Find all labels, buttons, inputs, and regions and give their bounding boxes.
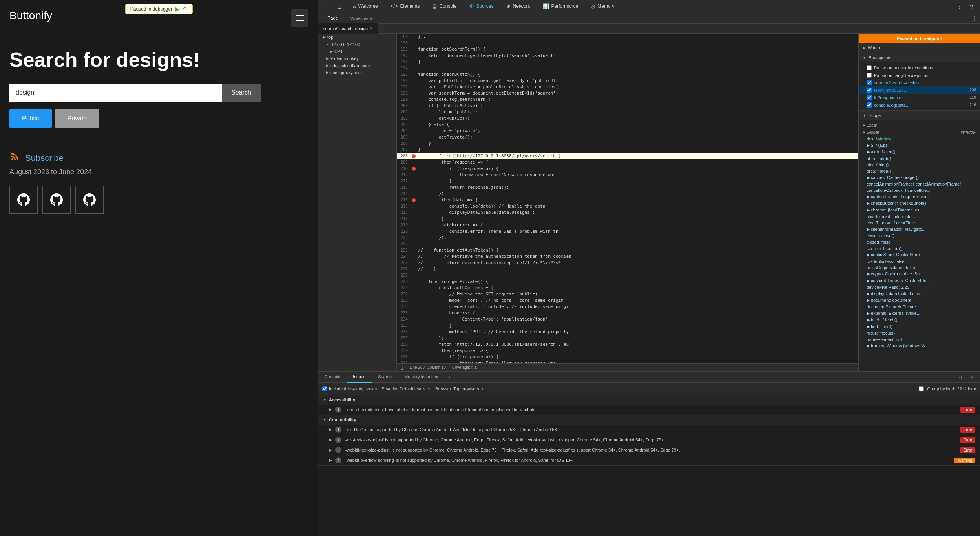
code-line-194[interactable]: 194	[397, 65, 858, 71]
code-line-203[interactable]: 203 } else {	[397, 122, 858, 128]
scope-item[interactable]: cancelAnimationFrame: f cancelAnimationF…	[859, 181, 980, 187]
breakpoint-marker[interactable]	[411, 285, 416, 291]
ft-item-violentmonkey[interactable]: ▶ Violentmonkey	[318, 55, 396, 62]
code-line-233[interactable]: 233 headers: {	[397, 310, 858, 316]
code-line-222[interactable]: 222	[397, 241, 858, 247]
code-line-216[interactable]: 216 console.log(data); // Handle the dat…	[397, 203, 858, 210]
code-line-230[interactable]: 230 // Making the GET request (public)	[397, 291, 858, 297]
code-line-207[interactable]: 207}	[397, 147, 858, 153]
github-button-2[interactable]	[42, 186, 71, 214]
code-line-198[interactable]: 198 var searchTerm = document.getElement…	[397, 90, 858, 97]
scope-item[interactable]: close: f close()	[859, 233, 980, 239]
code-line-219[interactable]: 219 .catch(error => {	[397, 222, 858, 228]
breakpoint-marker[interactable]	[411, 40, 416, 46]
devtools-more-icon[interactable]: ⋮⋮⋮	[954, 1, 965, 12]
sources-tab-workspace[interactable]: Workspace	[344, 13, 378, 24]
breakpoint-marker[interactable]	[411, 228, 416, 235]
code-line-239[interactable]: 239 .then(response => {	[397, 348, 858, 354]
scope-item[interactable]: devicePixelRatio: 2.25	[859, 284, 980, 290]
scope-item[interactable]: ▶ crypto: Crypto {subtle: Su...	[859, 271, 980, 277]
code-line-240[interactable]: 240 if (!response.ok) {	[397, 354, 858, 360]
devtools-inspect-icon[interactable]: ⬚	[321, 1, 332, 12]
scope-item[interactable]: btoa: f btoa()	[859, 168, 980, 174]
breakpoint-marker[interactable]	[411, 241, 416, 247]
scope-item[interactable]: clearTimeout: f clearTime...	[859, 220, 980, 226]
severity-dropdown[interactable]: Severity: Default levels ▼	[381, 387, 431, 391]
devtools-device-icon[interactable]: ⊡	[334, 1, 345, 12]
bp-item-file[interactable]: if (!response.ok...	[874, 95, 967, 100]
code-line-201[interactable]: 201 lan = 'public';	[397, 109, 858, 115]
code-line-227[interactable]: 227	[397, 272, 858, 279]
breakpoint-marker[interactable]	[411, 65, 416, 71]
bottom-close-icon[interactable]: ×	[966, 372, 977, 383]
scope-item[interactable]: confirm: f confirm()	[859, 245, 980, 252]
breakpoint-marker[interactable]	[411, 210, 416, 216]
scope-item[interactable]: ▶ document: document	[859, 297, 980, 304]
breakpoint-marker[interactable]	[411, 71, 416, 78]
breakpoint-marker[interactable]	[411, 329, 416, 335]
issue-compat-1[interactable]: ▶ 5 '-ms-filter' is not supported by Chr…	[318, 425, 980, 435]
subscribe-link[interactable]: Subscribe	[25, 153, 64, 163]
bp-caught-checkbox[interactable]	[867, 73, 872, 78]
ft-item-cdnjs[interactable]: ▶ cdnjs.cloudflare.com	[318, 62, 396, 69]
breakpoint-marker[interactable]	[411, 153, 416, 159]
scope-item[interactable]: documentPictureInPicture:...	[859, 304, 980, 310]
code-line-196[interactable]: 196 var publicBtn = document.getElementB…	[397, 78, 858, 84]
debug-scope-header[interactable]: ▼ Scope	[859, 111, 980, 120]
breakpoint-marker[interactable]	[411, 304, 416, 310]
code-line-225[interactable]: 225// return document.cookie.replace(/((…	[397, 260, 858, 266]
ft-item-top[interactable]: ▶ top	[318, 34, 396, 41]
code-line-206[interactable]: 206 }	[397, 140, 858, 147]
accessibility-group-header[interactable]: ▼ Accessibility	[318, 395, 980, 405]
breakpoint-marker[interactable]	[411, 341, 416, 348]
code-line-228[interactable]: 228 function getPrivate() {	[397, 279, 858, 285]
breakpoint-marker[interactable]	[411, 78, 416, 84]
breakpoint-marker[interactable]	[411, 360, 416, 363]
code-line-236[interactable]: 236 method: 'PUT', // Override the metho…	[397, 329, 858, 335]
scope-item[interactable]: ▶ customElements: CustomEle...	[859, 277, 980, 284]
code-line-210[interactable]: 210 if (!response.ok) {	[397, 166, 858, 172]
breakpoint-marker[interactable]	[411, 222, 416, 228]
code-line-191[interactable]: 191function getSearchTerm() {	[397, 46, 858, 53]
issue-compat-3[interactable]: ▶ 2 '-webkit-text-size-adjust' is not su…	[318, 445, 980, 455]
scope-item[interactable]: clearInterval: f clearInter...	[859, 213, 980, 220]
scope-item[interactable]: ▶ clientInformation: Navigato...	[859, 226, 980, 233]
code-tab-search[interactable]: search/?search=design ×	[318, 23, 378, 34]
include-third-party-checkbox[interactable]	[322, 386, 327, 391]
code-line-197[interactable]: 197 var isPublicActive = publicBtn.class…	[397, 84, 858, 90]
tab-issues[interactable]: Issues	[347, 372, 372, 383]
breakpoint-marker[interactable]	[411, 316, 416, 323]
scope-item[interactable]: focus: f focus()	[859, 330, 980, 336]
tab-add-icon[interactable]: +	[445, 373, 455, 381]
issue-compat-4[interactable]: ▶ 4 '-webkit-overflow-scrolling' is not …	[318, 455, 980, 465]
breakpoint-marker[interactable]	[411, 260, 416, 266]
code-line-214[interactable]: 214 })	[397, 191, 858, 197]
code-editor[interactable]: 189});190191function getSearchTerm() {19…	[397, 34, 858, 363]
code-line-209[interactable]: 209 .then(response => {	[397, 159, 858, 166]
code-line-224[interactable]: 224// // Retrieve the authentication tok…	[397, 253, 858, 260]
breakpoint-marker[interactable]	[411, 310, 416, 316]
scope-item[interactable]: ▶ $: f (a,b)	[859, 142, 980, 149]
tab-performance[interactable]: 📊 Performance	[537, 0, 585, 13]
bp-item-checkbox[interactable]	[867, 102, 872, 108]
issue-compat-2[interactable]: ▶ 1 '-ms-text-size-adjust' is not suppor…	[318, 435, 980, 445]
breakpoint-marker[interactable]	[411, 247, 416, 253]
breakpoint-marker[interactable]	[411, 46, 416, 53]
scope-item[interactable]: credentialless: false	[859, 258, 980, 264]
debug-watch-header[interactable]: ▶ Watch	[859, 43, 980, 53]
code-line-241[interactable]: 241 throw new Error('Network response wa…	[397, 360, 858, 363]
breakpoint-marker[interactable]	[411, 235, 416, 241]
debugger-play-icon[interactable]: ▶	[175, 6, 180, 12]
tab-elements[interactable]: </> Elements	[384, 0, 426, 13]
code-line-189[interactable]: 189});	[397, 34, 858, 40]
code-line-221[interactable]: 221 });	[397, 235, 858, 241]
breakpoint-marker[interactable]	[411, 348, 416, 354]
breakpoint-marker[interactable]	[411, 84, 416, 90]
breakpoint-marker[interactable]	[411, 147, 416, 153]
breakpoint-marker[interactable]	[411, 203, 416, 210]
scope-item[interactable]: ▶ fetch: f fetch()	[859, 317, 980, 323]
code-line-235[interactable]: 235 },	[397, 323, 858, 329]
breakpoint-marker[interactable]	[411, 140, 416, 147]
group-by-kind-checkbox[interactable]	[919, 386, 924, 391]
tab-welcome[interactable]: ⌂ Welcome	[347, 0, 384, 13]
